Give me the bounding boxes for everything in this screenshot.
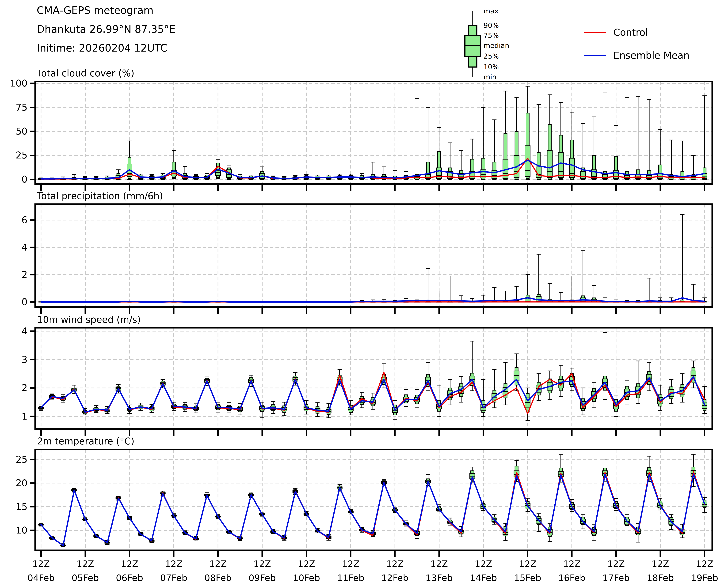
cloud-cover-panel: 0255075100 (10, 78, 712, 191)
box-whisker (680, 141, 685, 179)
x-tick-date-label: 14Feb (470, 572, 497, 583)
box-whisker (260, 167, 265, 179)
x-tick-hour-label: 12Z (475, 559, 492, 569)
box-whisker (658, 129, 663, 179)
y-tick-label: 20 (16, 478, 27, 488)
box-whisker (613, 126, 619, 179)
box-whisker (569, 112, 574, 179)
box-whisker (647, 363, 652, 391)
box-whisker (625, 98, 630, 179)
box-whisker (680, 215, 685, 302)
y-tick-label: 2 (22, 269, 27, 280)
y-tick-label: 4 (22, 326, 27, 337)
plot-frame (35, 328, 712, 429)
y-tick-label: 0 (22, 296, 27, 308)
x-tick-hour-label: 12Z (652, 559, 669, 569)
box-whisker (359, 174, 364, 179)
x-tick-date-label: 05Feb (72, 572, 99, 583)
precipitation-panel: 0246 (22, 204, 712, 314)
box-whisker (647, 100, 652, 179)
box-whisker (503, 363, 508, 405)
box-whisker (448, 276, 453, 302)
x-tick-date-label: 12Feb (381, 572, 408, 583)
y-tick-label: 6 (22, 215, 27, 225)
box-whisker (492, 288, 497, 302)
box-whisker (558, 103, 563, 179)
x-tick-date-label: 18Feb (647, 572, 674, 583)
box-whisker (580, 124, 585, 179)
y-tick-label: 2 (22, 382, 27, 393)
x-tick-hour-label: 12Z (165, 559, 182, 569)
y-tick-label: 10 (16, 525, 27, 536)
temperature-panel: 1015202512Z04Feb12Z05Feb12Z06Feb12Z07Feb… (16, 449, 718, 583)
y-tick-label: 50 (16, 126, 27, 137)
x-tick-date-label: 13Feb (426, 572, 453, 583)
x-tick-hour-label: 12Z (32, 559, 50, 569)
meteogram-chart: 0255075100024612341015202512Z04Feb12Z05F… (0, 0, 728, 586)
box-whisker (448, 143, 453, 179)
x-tick-date-label: 06Feb (116, 572, 143, 583)
box-whisker (536, 254, 541, 302)
y-tick-label: 4 (22, 242, 27, 253)
x-tick-date-label: 08Feb (204, 572, 231, 583)
box-whisker (580, 251, 585, 302)
x-tick-date-label: 04Feb (27, 572, 55, 583)
box-whisker (547, 284, 552, 302)
x-tick-hour-label: 12Z (253, 559, 271, 569)
x-tick-hour-label: 12Z (76, 559, 94, 569)
box-whisker (636, 97, 641, 179)
box-whisker (647, 278, 652, 302)
y-tick-label: 3 (22, 354, 27, 365)
box-whisker (426, 269, 431, 302)
x-tick-date-label: 09Feb (249, 572, 276, 583)
x-tick-hour-label: 12Z (563, 559, 581, 569)
x-tick-date-label: 11Feb (337, 572, 364, 583)
x-tick-hour-label: 12Z (386, 559, 404, 569)
box-whisker (592, 117, 597, 179)
box-whisker (669, 379, 674, 404)
x-tick-date-label: 10Feb (293, 572, 320, 583)
box-whisker (525, 388, 530, 421)
y-tick-label: 25 (16, 454, 27, 465)
x-tick-hour-label: 12Z (121, 559, 138, 569)
x-tick-date-label: 17Feb (602, 572, 630, 583)
y-tick-label: 0 (22, 174, 27, 185)
y-tick-label: 1 (22, 411, 27, 422)
y-tick-label: 25 (16, 150, 27, 161)
box-whisker (702, 96, 707, 179)
box-whisker (625, 514, 630, 535)
x-tick-date-label: 07Feb (160, 572, 187, 583)
x-tick-date-label: 16Feb (558, 572, 585, 583)
box-whisker (592, 286, 597, 302)
box-whisker (691, 284, 696, 302)
box-whisker (492, 120, 497, 179)
wind-speed-panel: 1234 (22, 326, 712, 436)
plot-frame (35, 204, 712, 307)
x-tick-hour-label: 12Z (209, 559, 227, 569)
x-tick-date-label: 15Feb (514, 572, 541, 583)
box-whisker (426, 107, 431, 179)
y-tick-label: 15 (16, 501, 27, 512)
x-tick-hour-label: 12Z (298, 559, 315, 569)
plot-frame (35, 81, 712, 184)
box-whisker (547, 371, 552, 399)
x-tick-hour-label: 12Z (519, 559, 536, 569)
box-whisker (448, 379, 453, 405)
x-tick-hour-label: 12Z (430, 559, 448, 569)
x-tick-hour-label: 12Z (696, 559, 713, 569)
x-tick-hour-label: 12Z (342, 559, 359, 569)
y-tick-label: 75 (16, 102, 27, 113)
box-whisker (481, 379, 486, 416)
box-whisker (569, 276, 574, 302)
box-whisker (558, 365, 563, 397)
box-whisker (481, 107, 486, 179)
box-whisker (503, 91, 508, 179)
box-whisker (691, 361, 696, 388)
box-whisker (636, 361, 641, 404)
box-whisker (602, 93, 608, 179)
x-tick-date-label: 19Feb (691, 572, 718, 583)
x-tick-hour-label: 12Z (607, 559, 625, 569)
box-whisker (536, 104, 541, 179)
box-whisker (525, 86, 530, 179)
box-whisker (669, 140, 674, 179)
